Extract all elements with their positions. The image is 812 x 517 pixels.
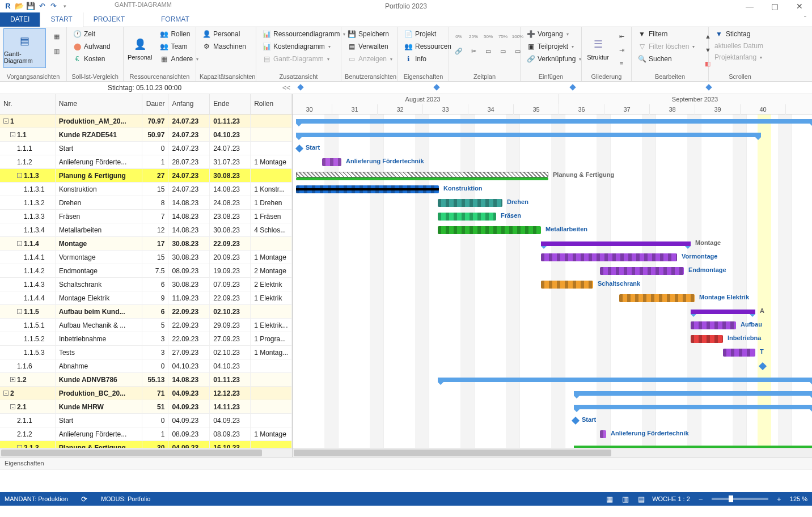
table-row[interactable]: 1.1.3.3Fräsen714.08.2323.08.231 Fräsen	[0, 210, 292, 223]
gantt-row[interactable]: Montage Elektrik	[293, 291, 812, 305]
view-icon-1[interactable]: ▦	[50, 31, 63, 42]
gantt-bar[interactable]	[296, 133, 761, 137]
gantt-bar[interactable]	[691, 321, 736, 329]
aktuelles-datum-button[interactable]: aktuelles Datum	[712, 41, 766, 51]
resdiag-button[interactable]: 📊Ressourcendiagramm▾	[260, 28, 348, 40]
speichern-button[interactable]: 💾Speichern	[345, 28, 395, 40]
gantt-row[interactable]: Start	[293, 142, 812, 155]
expand-icon[interactable]: +	[10, 377, 15, 382]
table-row[interactable]: -1.1.4Montage1730.08.2322.09.23	[0, 237, 292, 251]
anzeigen-button[interactable]: ▭Anzeigen▾	[345, 53, 395, 65]
teilprojekt-button[interactable]: ▣Teilprojekt▾	[524, 41, 583, 52]
projekt-button[interactable]: 📄Projekt	[401, 28, 454, 40]
gantt-bar[interactable]	[296, 172, 548, 177]
gantt-bar[interactable]	[723, 349, 755, 357]
zoom-out-button[interactable]: −	[696, 494, 706, 504]
expand-icon[interactable]: -	[10, 404, 15, 409]
gantt-bar[interactable]	[438, 213, 496, 221]
gantt-bar[interactable]	[322, 158, 341, 166]
info-button[interactable]: ℹInfo	[401, 53, 454, 65]
outdent-icon[interactable]: ⇤	[615, 31, 628, 42]
personal-button[interactable]: 👤 Personal	[127, 28, 153, 68]
zoom-slider[interactable]	[712, 498, 768, 500]
gantt-bar[interactable]	[541, 253, 677, 261]
table-row[interactable]: +1.2Kunde ADNVB78655.1314.08.2301.11.23	[0, 373, 292, 387]
gantt-bar[interactable]	[600, 430, 606, 438]
gantt-bar[interactable]	[691, 310, 755, 314]
table-row[interactable]: 1.1.4.2Endmontage7.508.09.2319.09.232 Mo…	[0, 264, 292, 278]
zoom-in-button[interactable]: +	[774, 494, 784, 504]
verknuepfung-button[interactable]: 🔗Verknüpfung▾	[524, 53, 583, 65]
minimize-button[interactable]: —	[737, 0, 762, 12]
expand-icon[interactable]: -	[17, 173, 22, 178]
gantt-row[interactable]: Inbetriebna	[293, 332, 812, 346]
table-row[interactable]: 1.1.6Abnahme004.10.2304.10.23	[0, 359, 292, 373]
maximize-button[interactable]: ▢	[762, 0, 787, 12]
view1-icon[interactable]: ▦	[604, 494, 615, 504]
grid-hscroll[interactable]	[0, 448, 292, 457]
gantt-diagramm-button[interactable]: ▤ Gantt-Diagramm	[3, 28, 46, 68]
gantt-row[interactable]: Vormontage	[293, 251, 812, 264]
col-name[interactable]: Name	[56, 94, 142, 114]
projektanfang-button[interactable]: Projektanfang▾	[712, 52, 766, 62]
kosten-button[interactable]: €Kosten	[70, 53, 113, 65]
table-row[interactable]: 2.1.1Start004.09.2304.09.23	[0, 414, 292, 427]
table-row[interactable]: 1.1.3.4Metallarbeiten1214.08.2330.08.234…	[0, 223, 292, 237]
gantt-bar[interactable]	[541, 281, 593, 289]
gantt-row[interactable]: Start	[293, 414, 812, 427]
zp-b[interactable]: ▭	[497, 45, 509, 57]
tab-format[interactable]: FORMAT	[151, 12, 200, 27]
zp-50[interactable]: 50%	[482, 31, 494, 42]
gantt-row[interactable]	[293, 387, 812, 400]
gantt-row[interactable]: Endmontage	[293, 264, 812, 278]
gantt-row[interactable]	[293, 359, 812, 373]
scroll-back-button[interactable]: <<	[282, 84, 290, 92]
gantt-row[interactable]: Anlieferung Fördertechnik	[293, 155, 812, 169]
level-icon[interactable]: ≡	[615, 58, 628, 69]
gantt-row[interactable]: Aufbau	[293, 319, 812, 332]
gantt-bar[interactable]	[438, 199, 502, 207]
filter-loeschen-button[interactable]: ▽Filter löschen▾	[635, 41, 697, 52]
gantt-row[interactable]: T	[293, 346, 812, 359]
gantt-row[interactable]: Schaltschrank	[293, 278, 812, 291]
undo-icon[interactable]: ↶	[37, 2, 46, 11]
indent-icon[interactable]: ⇥	[615, 44, 628, 56]
properties-panel-header[interactable]: Eigenschaften	[0, 457, 812, 469]
table-row[interactable]: 1.1.4.3Schaltschrank630.08.2307.09.232 E…	[0, 278, 292, 291]
table-row[interactable]: 1.1.5.2Inbetriebnahme322.09.2327.09.231 …	[0, 332, 292, 346]
expand-icon[interactable]: -	[10, 132, 15, 137]
table-row[interactable]: 1.1.1Start024.07.2324.07.23	[0, 142, 292, 155]
view2-icon[interactable]: ▥	[620, 494, 631, 504]
expand-icon[interactable]: -	[3, 118, 9, 124]
aufwand-button[interactable]: ⬤Aufwand	[70, 41, 113, 52]
link-icon[interactable]: 🔗	[452, 45, 465, 57]
save-icon[interactable]: 💾	[26, 2, 35, 11]
suchen-button[interactable]: 🔍Suchen	[635, 53, 697, 65]
vorgang-button[interactable]: ➕Vorgang▾	[524, 28, 583, 40]
team-button[interactable]: 👥Team	[157, 41, 201, 52]
gantt-row[interactable]: Fräsen	[293, 210, 812, 223]
redo-icon[interactable]: ↷	[49, 2, 58, 11]
table-row[interactable]: -2.1.3Planung & Fertigung3004.09.2316.10…	[0, 441, 292, 448]
refresh-icon[interactable]: ⟳	[79, 494, 90, 504]
gantt-bar[interactable]	[438, 378, 812, 382]
table-row[interactable]: -2.1Kunde MHRW5104.09.2314.11.23	[0, 400, 292, 414]
verwalten-button[interactable]: ▤Verwalten	[345, 41, 395, 52]
gantt-row[interactable]: Drehen	[293, 196, 812, 210]
col-rollen[interactable]: Rollen	[251, 94, 292, 114]
table-row[interactable]: 2.1.2Anlieferung Förderte...108.09.2308.…	[0, 427, 292, 441]
gantt-bar[interactable]	[438, 226, 541, 234]
ressourcen-button[interactable]: 👥Ressourcen	[401, 41, 454, 52]
struktur-button[interactable]: ☰ Struktur	[585, 28, 611, 68]
gantt-bar[interactable]	[572, 417, 580, 425]
gantt-row[interactable]: A	[293, 305, 812, 319]
table-row[interactable]: 1.1.5.3Tests327.09.2302.10.231 Montag...	[0, 346, 292, 359]
gantt-row[interactable]	[293, 128, 812, 142]
stichtag-button[interactable]: ▼Stichtag	[712, 28, 766, 40]
gantt-row[interactable]: Konstruktion	[293, 183, 812, 196]
collapse-ribbon-icon[interactable]: ˆ	[798, 12, 812, 27]
view3-icon[interactable]: ▤	[636, 494, 646, 504]
view-icon-2[interactable]: ▥	[50, 45, 63, 57]
gantt-bar[interactable]	[619, 294, 695, 302]
table-row[interactable]: -1.1.5Aufbau beim Kund...622.09.2302.10.…	[0, 305, 292, 319]
